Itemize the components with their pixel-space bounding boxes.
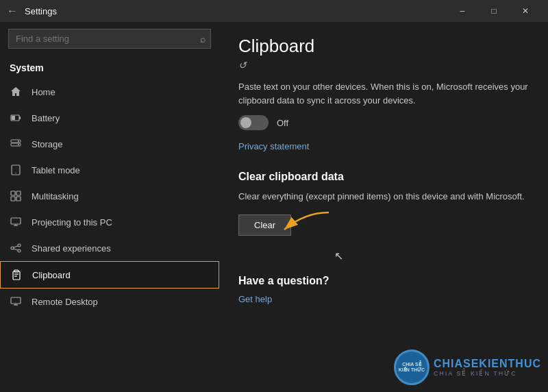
window-controls: – □ ✕ [447, 0, 541, 22]
content-area: Clipboard ↺ Paste text on your other dev… [219, 22, 548, 392]
sidebar-item-storage[interactable]: Storage [0, 131, 219, 157]
close-button[interactable]: ✕ [510, 0, 541, 22]
minimize-button[interactable]: – [447, 0, 478, 22]
sidebar-item-projecting[interactable]: Projecting to this PC [0, 209, 219, 235]
clipboard-icon [10, 269, 23, 281]
svg-rect-1 [19, 117, 21, 119]
remote-icon [10, 295, 22, 308]
app-title: Settings [25, 6, 447, 16]
sidebar-item-tablet[interactable]: Tablet mode [0, 157, 219, 183]
sidebar-item-shared[interactable]: Shared experiences [0, 235, 219, 261]
arrow-area: Clear [238, 215, 291, 236]
sidebar-item-home[interactable]: Home [0, 79, 219, 105]
search-icon: ⌕ [200, 34, 206, 45]
question-section: Have a question? Get help [238, 275, 529, 305]
svg-rect-9 [11, 191, 15, 195]
svg-rect-2 [12, 116, 15, 120]
sidebar-label-tablet: Tablet mode [32, 165, 80, 175]
privacy-link[interactable]: Privacy statement [238, 141, 529, 151]
sidebar-label-home: Home [32, 87, 55, 97]
sidebar-item-battery[interactable]: Battery [0, 105, 219, 131]
storage-icon [10, 138, 22, 150]
sync-toggle[interactable] [238, 115, 269, 130]
sync-description: Paste text on your other devices. When t… [238, 80, 529, 107]
toggle-knob [240, 117, 251, 128]
page-title: Clipboard [238, 36, 529, 57]
sidebar-label-clipboard: Clipboard [32, 270, 71, 280]
toggle-row: Off [238, 115, 529, 130]
sidebar-item-clipboard[interactable]: Clipboard [0, 261, 219, 289]
sidebar: ⌕ System Home Battery Storage Tablet mo [0, 22, 219, 392]
maximize-button[interactable]: □ [478, 0, 510, 22]
clear-section-desc: Clear everything (except pinned items) o… [238, 190, 529, 204]
tablet-icon [10, 164, 22, 176]
get-help-link[interactable]: Get help [238, 294, 272, 304]
section-title: System [0, 60, 219, 79]
sidebar-label-shared: Shared experiences [32, 243, 111, 254]
sidebar-label-battery: Battery [32, 113, 60, 123]
multitasking-icon [10, 190, 22, 202]
watermark-brand: CHIASEKIENTHUC [434, 358, 541, 370]
back-button[interactable]: ← [7, 5, 18, 17]
svg-rect-13 [11, 218, 21, 224]
clear-section-heading: Clear clipboard data [238, 171, 529, 183]
main-container: ⌕ System Home Battery Storage Tablet mo [0, 22, 548, 392]
svg-point-6 [18, 144, 19, 145]
sidebar-item-multitasking[interactable]: Multitasking [0, 183, 219, 209]
svg-rect-11 [11, 197, 15, 201]
clear-button[interactable]: Clear [238, 215, 291, 236]
watermark: CHIA SẺ KIẾN THỨC CHIASEKIENTHUC CHIA SẺ… [394, 350, 541, 385]
svg-point-18 [18, 249, 21, 252]
svg-point-17 [18, 244, 21, 247]
battery-icon [10, 112, 22, 124]
search-container: ⌕ [8, 29, 211, 49]
sidebar-item-remote[interactable]: Remote Desktop [0, 289, 219, 315]
watermark-logo: CHIA SẺ KIẾN THỨC [394, 350, 429, 385]
svg-line-19 [14, 246, 18, 247]
search-input[interactable] [8, 29, 211, 49]
sidebar-label-storage: Storage [32, 139, 63, 149]
svg-rect-25 [11, 297, 21, 304]
svg-point-5 [18, 140, 19, 142]
watermark-text-area: CHIASEKIENTHUC CHIA SẺ KIẾN THỨC [434, 358, 541, 377]
cursor-indicator: ↖ [334, 249, 529, 262]
svg-rect-10 [16, 191, 21, 195]
svg-rect-12 [16, 197, 21, 201]
question-heading: Have a question? [238, 275, 529, 287]
sync-subtitle: ↺ [238, 60, 529, 71]
sidebar-label-multitasking: Multitasking [32, 191, 79, 201]
svg-line-20 [14, 249, 18, 250]
clear-btn-area: Clear [238, 215, 529, 236]
svg-rect-21 [13, 271, 20, 280]
home-icon [10, 86, 22, 98]
svg-point-16 [11, 247, 14, 249]
titlebar: ← Settings – □ ✕ [0, 0, 548, 22]
projecting-icon [10, 216, 22, 228]
sidebar-label-remote: Remote Desktop [32, 297, 98, 307]
shared-icon [10, 242, 22, 254]
sidebar-label-projecting: Projecting to this PC [32, 217, 112, 228]
watermark-sub: CHIA SẺ KIẾN THỨC [434, 370, 541, 377]
toggle-label: Off [277, 118, 288, 128]
